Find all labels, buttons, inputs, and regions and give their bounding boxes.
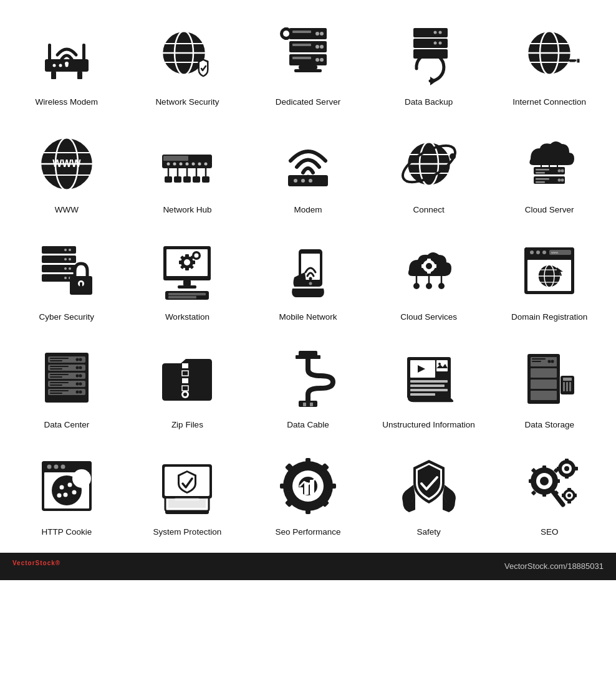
svg-rect-219 xyxy=(531,368,557,378)
svg-rect-280 xyxy=(565,475,569,479)
svg-rect-98 xyxy=(536,178,549,180)
icon-cell-domain-registration: www. Domain Registration xyxy=(489,227,610,329)
icon-cell-unstructured-information: Unstructured Information xyxy=(368,335,489,437)
zip-files-icon xyxy=(153,345,221,413)
svg-rect-22 xyxy=(284,37,288,40)
svg-point-142 xyxy=(309,282,312,285)
workstation-icon xyxy=(153,237,221,305)
icon-cell-modem: Modem xyxy=(248,120,368,222)
svg-rect-99 xyxy=(536,181,545,183)
icon-cell-seo-performance: Seo Performance xyxy=(248,442,368,544)
svg-rect-254 xyxy=(306,507,310,514)
svg-rect-25 xyxy=(292,44,311,46)
icon-cell-system-protection: System Protection xyxy=(127,442,248,544)
svg-point-97 xyxy=(561,169,564,172)
svg-rect-73 xyxy=(165,176,172,183)
svg-rect-77 xyxy=(202,176,209,183)
network-security-label: Network Security xyxy=(155,97,219,108)
mobile-network-label: Mobile Network xyxy=(279,312,337,323)
network-hub-label: Network Hub xyxy=(163,204,211,216)
svg-rect-177 xyxy=(50,360,62,361)
svg-point-183 xyxy=(75,366,79,369)
svg-point-157 xyxy=(530,251,534,254)
svg-point-32 xyxy=(315,58,319,62)
svg-rect-181 xyxy=(50,368,62,370)
svg-point-66 xyxy=(198,162,201,165)
icon-cell-mobile-network: Mobile Network xyxy=(248,227,368,329)
svg-rect-220 xyxy=(531,379,557,389)
svg-rect-180 xyxy=(50,366,69,367)
svg-rect-147 xyxy=(421,264,424,268)
svg-point-114 xyxy=(64,267,67,270)
svg-point-63 xyxy=(180,162,183,165)
icon-cell-wireless-modem: Wireless Modem xyxy=(6,12,127,114)
svg-rect-176 xyxy=(50,358,69,359)
svg-rect-148 xyxy=(434,264,436,268)
svg-point-238 xyxy=(72,469,91,488)
svg-point-6 xyxy=(52,64,55,67)
svg-rect-60 xyxy=(163,156,188,161)
domain-registration-icon: www. xyxy=(515,237,584,305)
http-cookie-icon xyxy=(32,452,101,520)
svg-rect-282 xyxy=(575,467,578,470)
footer-bar: VectorStock® VectorStock.com/18885031 xyxy=(0,553,616,580)
data-storage-label: Data Storage xyxy=(524,419,574,431)
cloud-services-icon xyxy=(395,237,463,305)
svg-point-159 xyxy=(542,251,546,254)
unstructured-information-icon xyxy=(395,345,463,413)
svg-rect-26 xyxy=(292,57,311,59)
svg-rect-227 xyxy=(563,378,572,381)
icon-cell-data-backup: Data Backup xyxy=(368,12,489,114)
svg-point-64 xyxy=(186,162,189,165)
dedicated-server-icon xyxy=(274,22,342,90)
svg-rect-24 xyxy=(292,31,311,33)
safety-label: Safety xyxy=(416,527,440,538)
svg-rect-189 xyxy=(50,384,62,386)
svg-rect-119 xyxy=(80,282,82,287)
icon-cell-www: WWW WWW xyxy=(6,120,127,222)
icon-cell-safety: Safety xyxy=(368,442,489,544)
svg-rect-279 xyxy=(565,459,569,462)
icon-cell-connect: Connect xyxy=(368,120,489,222)
svg-point-233 xyxy=(47,465,51,469)
footer-trademark: ® xyxy=(55,560,60,566)
svg-rect-255 xyxy=(280,484,287,489)
connect-icon xyxy=(395,130,463,198)
svg-point-158 xyxy=(536,251,540,254)
svg-rect-198 xyxy=(182,378,188,383)
cyber-security-icon xyxy=(32,237,101,305)
svg-point-7 xyxy=(59,64,62,67)
modem-label: Modem xyxy=(294,204,322,216)
dedicated-server-label: Dedicated Server xyxy=(276,97,340,108)
www-label: WWW xyxy=(55,204,79,216)
svg-rect-256 xyxy=(329,484,336,489)
svg-rect-222 xyxy=(532,358,546,360)
icon-cell-data-cable: Data Cable xyxy=(248,335,368,437)
svg-point-190 xyxy=(79,382,82,385)
svg-point-179 xyxy=(75,358,79,361)
svg-point-113 xyxy=(69,267,71,270)
svg-rect-271 xyxy=(555,479,560,483)
icon-cell-seo: SEO xyxy=(489,442,610,544)
svg-rect-192 xyxy=(50,390,69,391)
network-security-icon xyxy=(153,22,221,90)
svg-point-241 xyxy=(63,493,67,497)
svg-rect-126 xyxy=(179,260,182,264)
svg-rect-249 xyxy=(175,498,200,501)
svg-rect-289 xyxy=(574,494,577,497)
svg-rect-124 xyxy=(185,254,189,257)
svg-point-144 xyxy=(426,263,432,269)
svg-marker-42 xyxy=(430,77,436,85)
svg-rect-23 xyxy=(281,32,283,36)
icon-cell-network-hub: Network Hub xyxy=(127,120,248,222)
svg-rect-206 xyxy=(310,403,313,406)
svg-point-96 xyxy=(558,169,561,172)
svg-point-39 xyxy=(433,31,436,34)
seo-performance-icon xyxy=(274,452,342,520)
svg-rect-193 xyxy=(50,393,62,394)
icon-cell-cloud-server: Cloud Server xyxy=(489,120,610,222)
modem-icon xyxy=(274,130,342,198)
svg-rect-146 xyxy=(427,271,431,274)
svg-point-67 xyxy=(205,162,208,165)
svg-rect-36 xyxy=(413,39,448,48)
